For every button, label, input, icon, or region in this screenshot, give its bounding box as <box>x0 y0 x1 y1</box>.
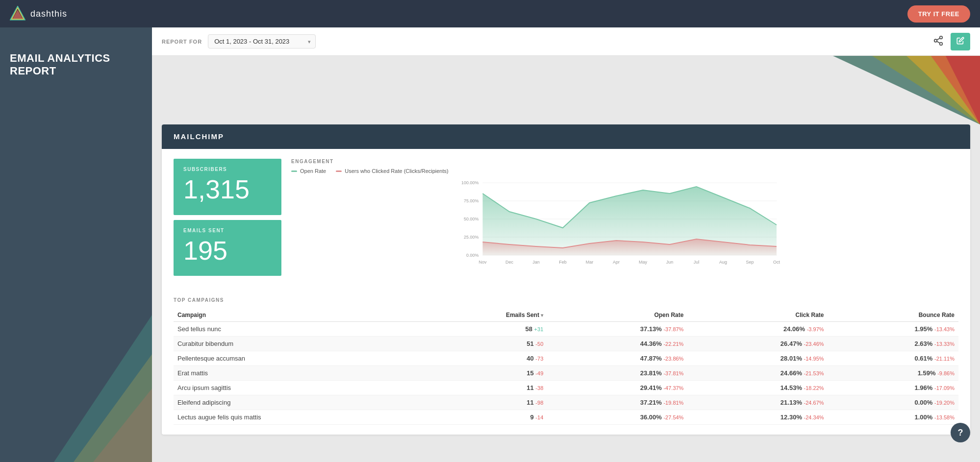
emails-sent-value: 195 <box>183 237 272 264</box>
campaigns-section: TOP CAMPAIGNS Campaign Emails Sent ▾ Ope… <box>162 297 970 435</box>
report-card: MAILCHIMP SUBSCRIBERS 1,315 EMAILS SENT … <box>162 124 970 435</box>
report-topbar: REPORT FOR Oct 1, 2023 - Oct 31, 2023 <box>152 27 980 56</box>
svg-text:100.00%: 100.00% <box>461 180 479 185</box>
svg-text:75.00%: 75.00% <box>464 198 479 203</box>
legend-open-rate: Open Rate <box>291 168 326 174</box>
table-row: Pellentesque accumsan 40 -73 47.87% -23.… <box>174 351 958 366</box>
logo-area: dashthis <box>10 6 67 22</box>
table-header-row: Campaign Emails Sent ▾ Open Rate Click R… <box>174 309 958 322</box>
emails-sent-cell: 58 +31 <box>424 322 547 337</box>
bounce-rate-cell: 1.59% -9.86% <box>828 366 958 381</box>
bounce-rate-cell: 1.00% -13.58% <box>828 410 958 425</box>
col-emails-sent[interactable]: Emails Sent ▾ <box>424 309 547 322</box>
emails-sent-box: EMAILS SENT 195 <box>174 220 281 276</box>
svg-point-6 <box>940 36 943 39</box>
campaign-name: Curabitur bibendum <box>174 337 424 351</box>
table-row: Erat mattis 15 -49 23.81% -37.81% 24.66%… <box>174 366 958 381</box>
svg-text:May: May <box>639 260 648 265</box>
pencil-icon <box>956 37 964 45</box>
click-rate-cell: 24.66% -21.53% <box>687 366 828 381</box>
try-free-button[interactable]: TRY IT FREE <box>907 5 970 23</box>
content-header-decoration <box>152 56 980 124</box>
engagement-chart-svg: 100.00% 75.00% 50.00% 25.00% 0.00% <box>291 178 958 276</box>
sort-icon-emails: ▾ <box>541 313 543 318</box>
legend-click-rate: Users who Clicked Rate (Clicks/Recipient… <box>336 168 449 174</box>
stats-chart-row: SUBSCRIBERS 1,315 EMAILS SENT 195 ENGAGE… <box>174 159 958 276</box>
date-range-select[interactable]: Oct 1, 2023 - Oct 31, 2023 <box>208 34 316 49</box>
svg-text:Sep: Sep <box>746 260 754 265</box>
svg-text:Aug: Aug <box>719 260 727 265</box>
header-triangle-decoration <box>735 56 980 124</box>
legend-dot-open-rate <box>291 170 297 172</box>
svg-text:Feb: Feb <box>559 260 567 265</box>
open-rate-cell: 29.41% -47.37% <box>547 381 687 395</box>
click-rate-cell: 12.30% -24.34% <box>687 410 828 425</box>
top-navigation: dashthis TRY IT FREE <box>0 0 980 27</box>
emails-sent-cell: 15 -49 <box>424 366 547 381</box>
legend-click-rate-label: Users who Clicked Rate (Clicks/Recipient… <box>345 168 449 174</box>
campaign-name: Erat mattis <box>174 366 424 381</box>
table-row: Eleifend adipiscing 11 -98 37.21% -19.81… <box>174 395 958 410</box>
click-rate-cell: 14.53% -18.22% <box>687 381 828 395</box>
table-row: Curabitur bibendum 51 -50 44.36% -22.21%… <box>174 337 958 351</box>
table-row: Arcu ipsum sagittis 11 -38 29.41% -47.37… <box>174 381 958 395</box>
open-rate-cell: 44.36% -22.21% <box>547 337 687 351</box>
svg-text:Dec: Dec <box>505 260 514 265</box>
svg-text:Mar: Mar <box>586 260 594 265</box>
chart-area: 100.00% 75.00% 50.00% 25.00% 0.00% <box>291 178 958 276</box>
bounce-rate-cell: 0.00% -19.20% <box>828 395 958 410</box>
svg-text:Jan: Jan <box>532 260 540 265</box>
col-click-rate: Click Rate <box>687 309 828 322</box>
emails-sent-cell: 9 -14 <box>424 410 547 425</box>
sidebar-inner: EMAIL ANALYTICS REPORT <box>0 27 152 77</box>
date-range-select-wrapper[interactable]: Oct 1, 2023 - Oct 31, 2023 <box>208 34 316 49</box>
campaign-name: Eleifend adipiscing <box>174 395 424 410</box>
click-rate-cell: 24.06% -3.97% <box>687 322 828 337</box>
share-button[interactable] <box>930 32 947 50</box>
svg-text:Oct: Oct <box>773 260 780 265</box>
bounce-rate-cell: 1.96% -17.09% <box>828 381 958 395</box>
open-rate-cell: 37.21% -19.81% <box>547 395 687 410</box>
help-button[interactable]: ? <box>951 423 970 442</box>
legend-dot-click-rate <box>336 170 342 172</box>
svg-text:0.00%: 0.00% <box>466 253 479 258</box>
bounce-rate-cell: 2.63% -13.33% <box>828 337 958 351</box>
logo-text: dashthis <box>30 9 67 19</box>
emails-sent-cell: 51 -50 <box>424 337 547 351</box>
chart-title: ENGAGEMENT <box>291 159 958 164</box>
stats-chart-section: SUBSCRIBERS 1,315 EMAILS SENT 195 ENGAGE… <box>162 149 970 297</box>
col-bounce-rate: Bounce Rate <box>828 309 958 322</box>
campaigns-table: Campaign Emails Sent ▾ Open Rate Click R… <box>174 309 958 425</box>
open-rate-cell: 37.13% -37.87% <box>547 322 687 337</box>
emails-sent-cell: 40 -73 <box>424 351 547 366</box>
svg-line-9 <box>937 41 940 43</box>
report-for-label: REPORT FOR <box>162 39 202 45</box>
svg-line-10 <box>937 38 940 40</box>
report-title: EMAIL ANALYTICS REPORT <box>10 52 142 77</box>
svg-text:Jul: Jul <box>694 260 700 265</box>
emails-sent-label: EMAILS SENT <box>183 228 272 233</box>
svg-text:25.00%: 25.00% <box>464 235 479 240</box>
svg-point-8 <box>940 43 943 46</box>
legend-open-rate-label: Open Rate <box>300 168 326 174</box>
mailchimp-section-header: MAILCHIMP <box>162 124 970 149</box>
svg-text:Apr: Apr <box>613 260 620 265</box>
campaign-name: Sed tellus nunc <box>174 322 424 337</box>
main-wrapper: EMAIL ANALYTICS REPORT REPORT FOR Oct 1,… <box>0 27 980 462</box>
click-rate-cell: 26.47% -23.46% <box>687 337 828 351</box>
svg-text:Jun: Jun <box>666 260 674 265</box>
bounce-rate-cell: 1.95% -13.43% <box>828 322 958 337</box>
svg-text:50.00%: 50.00% <box>464 217 479 221</box>
content-area: REPORT FOR Oct 1, 2023 - Oct 31, 2023 <box>152 27 980 462</box>
click-rate-cell: 28.01% -14.95% <box>687 351 828 366</box>
col-open-rate: Open Rate <box>547 309 687 322</box>
open-rate-cell: 23.81% -37.81% <box>547 366 687 381</box>
emails-sent-cell: 11 -38 <box>424 381 547 395</box>
campaigns-title: TOP CAMPAIGNS <box>174 297 958 303</box>
emails-sent-cell: 11 -98 <box>424 395 547 410</box>
edit-button[interactable] <box>951 33 970 50</box>
bounce-rate-cell: 0.61% -21.11% <box>828 351 958 366</box>
campaign-name: Pellentesque accumsan <box>174 351 424 366</box>
open-rate-cell: 36.00% -27.54% <box>547 410 687 425</box>
chart-column: ENGAGEMENT Open Rate Users who Clicked R… <box>291 159 958 276</box>
